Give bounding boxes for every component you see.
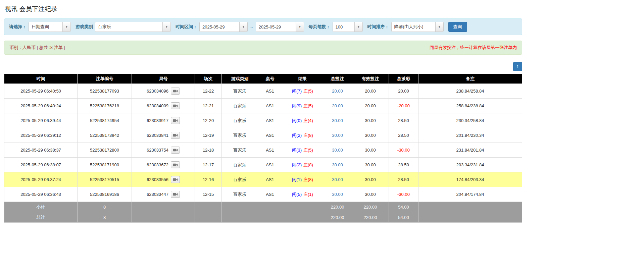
result-cell: 闲(1)庄(8) — [282, 172, 323, 187]
total-bet-cell: 20.00 — [323, 99, 352, 113]
time-cell: 2025-05-29 06:38:07 — [4, 158, 78, 172]
date-from-combobox: ▼ — [199, 22, 248, 32]
total-bet-cell: 30.00 — [323, 128, 352, 143]
total-bet-link[interactable]: 30.00 — [332, 177, 343, 182]
video-replay-button[interactable] — [171, 191, 180, 198]
date-to-input[interactable] — [256, 22, 296, 32]
game-type-label: 游戏类别 — [76, 24, 93, 30]
valid-bet-cell: 30.00 — [352, 143, 389, 158]
table-no-cell: AS1 — [258, 99, 282, 113]
remark-cell: 231.84/201.84 — [418, 143, 522, 158]
total-bet-cell: 30.00 — [323, 158, 352, 172]
time-cell: 2025-05-29 06:37:24 — [4, 172, 78, 187]
game-type-caret-icon[interactable]: ▼ — [162, 22, 170, 32]
page-size-label: 每页笔数： — [309, 24, 331, 30]
pagination-top: 1 — [4, 62, 522, 71]
round-id-cell: 623034009 — [132, 99, 195, 113]
bet-id-cell: 522538169186 — [78, 187, 132, 202]
video-replay-button[interactable] — [171, 147, 180, 154]
total-bet-link[interactable]: 30.00 — [332, 133, 343, 138]
round-id: 623033841 — [147, 133, 168, 138]
game-type-combobox: ▼ — [95, 22, 171, 32]
session-cell: 12-18 — [195, 143, 222, 158]
video-replay-button[interactable] — [171, 161, 180, 168]
result-banker: 庄(8) — [303, 162, 313, 167]
video-replay-button[interactable] — [171, 88, 180, 95]
valid-bet-notice-text: 同局有效投注，统一计算在该局第一张注单内 — [430, 45, 517, 51]
column-header: 有效投注 — [352, 74, 389, 84]
game-type-cell: 百家乐 — [222, 158, 258, 172]
column-header: 时间 — [4, 74, 78, 84]
date-to-caret-icon[interactable]: ▼ — [296, 22, 304, 32]
result-player: 闲(1) — [292, 177, 302, 182]
total-bet-link[interactable]: 30.00 — [332, 148, 343, 153]
time-cell: 2025-05-29 06:40:24 — [4, 99, 78, 113]
sort-label: 时间排序： — [367, 24, 389, 30]
bet-records-table: 时间注单编号局号场次游戏类别桌号结果总投注有效投注总派彩备注 2025-05-2… — [4, 74, 522, 223]
result-player: 闲(0) — [292, 118, 302, 123]
valid-bet-cell: 30.00 — [352, 113, 389, 128]
game-type-cell: 百家乐 — [222, 128, 258, 143]
bet-id-cell: 522538174954 — [78, 113, 132, 128]
total-bet-cell: 30.00 — [323, 187, 352, 202]
bet-id-cell: 522538172800 — [78, 143, 132, 158]
session-cell: 12-20 — [195, 113, 222, 128]
remark-cell: 201.84/230.34 — [418, 128, 522, 143]
payout-cell: -30.00 — [389, 143, 418, 158]
round-id: 623033754 — [147, 148, 168, 153]
video-replay-button[interactable] — [171, 117, 180, 124]
sort-input[interactable] — [392, 22, 435, 32]
search-button[interactable]: 查询 — [448, 22, 467, 32]
video-camera-icon — [173, 163, 178, 167]
total-bet-link[interactable]: 20.00 — [332, 89, 343, 94]
subtotal-empty-cell — [222, 202, 258, 212]
query-type-label: 请选择： — [9, 24, 27, 30]
table-row: 2025-05-29 06:38:07 522538171900 6230336… — [4, 158, 522, 172]
result-player: 闲(9) — [292, 103, 302, 108]
video-replay-button[interactable] — [171, 102, 180, 109]
round-id: 623033672 — [147, 162, 168, 167]
game-type-cell: 百家乐 — [222, 113, 258, 128]
date-to-combobox: ▼ — [256, 22, 304, 32]
column-header: 局号 — [132, 74, 195, 84]
payout-cell: 20.00 — [389, 84, 418, 99]
bet-id-cell: 522538176218 — [78, 99, 132, 113]
video-replay-button[interactable] — [171, 176, 180, 183]
round-id-cell: 623033672 — [132, 158, 195, 172]
total-bet-link[interactable]: 30.00 — [332, 162, 343, 167]
result-player: 闲(3) — [292, 148, 302, 153]
table-row: 2025-05-29 06:36:43 522538169186 6230334… — [4, 187, 522, 202]
video-camera-icon — [173, 104, 178, 108]
page-size-input[interactable] — [333, 22, 354, 32]
total-row: 总计8220.00220.0054.00 — [4, 212, 522, 223]
payout-cell: 28.50 — [389, 158, 418, 172]
total-bet-link[interactable]: 20.00 — [332, 103, 343, 108]
bet-id-cell: 522538171900 — [78, 158, 132, 172]
video-camera-icon — [173, 178, 178, 181]
column-header: 总投注 — [323, 74, 352, 84]
sort-caret-icon[interactable]: ▼ — [435, 22, 443, 32]
total-empty-cell — [418, 212, 522, 223]
pagination-page-button[interactable]: 1 — [513, 62, 522, 71]
valid-bet-cell: 30.00 — [352, 128, 389, 143]
time-cell: 2025-05-29 06:38:37 — [4, 143, 78, 158]
table-row: 2025-05-29 06:37:24 522538170515 6230335… — [4, 172, 522, 187]
round-id-cell: 623034096 — [132, 84, 195, 99]
total-empty-cell — [132, 212, 195, 223]
round-id: 623033556 — [147, 177, 168, 182]
date-from-caret-icon[interactable]: ▼ — [239, 22, 247, 32]
round-id-cell: 623033556 — [132, 172, 195, 187]
payout-cell: -30.00 — [389, 187, 418, 202]
video-replay-button[interactable] — [171, 132, 180, 139]
total-payout: 54.00 — [389, 212, 418, 223]
total-bet-link[interactable]: 30.00 — [332, 118, 343, 123]
total-bet-link[interactable]: 30.00 — [332, 192, 343, 197]
remark-cell: 204.84/174.84 — [418, 187, 522, 202]
video-camera-icon — [173, 133, 178, 137]
date-from-input[interactable] — [200, 22, 239, 32]
result-cell: 闲(3)庄(5) — [282, 143, 323, 158]
page-size-caret-icon[interactable]: ▼ — [354, 22, 362, 32]
query-type-caret-icon[interactable]: ▼ — [62, 22, 70, 32]
query-type-input[interactable] — [29, 22, 62, 32]
game-type-input[interactable] — [95, 22, 162, 32]
